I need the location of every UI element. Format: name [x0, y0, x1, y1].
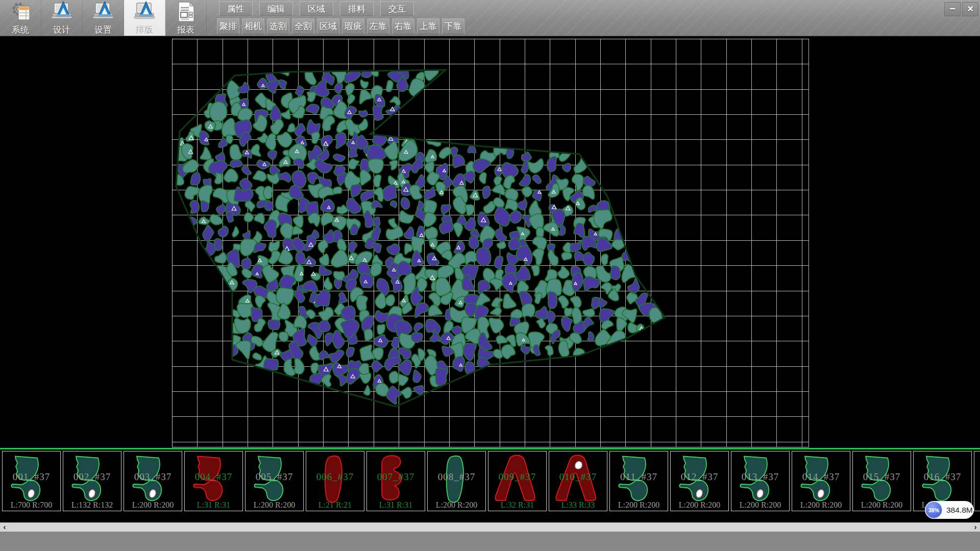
toolbar-button[interactable]: 上靠	[417, 18, 439, 34]
part-counts: L:31 R:31	[185, 500, 242, 510]
part-name: 016_#37	[914, 471, 971, 483]
memory-status-widget[interactable]: 38% 384.8M	[925, 501, 974, 519]
part-name: 014_#37	[792, 471, 850, 483]
design-icon	[51, 1, 73, 23]
part-name: 003_#37	[124, 471, 182, 483]
part-counts: L:200 R:200	[246, 500, 303, 510]
menu-button[interactable]: 编辑	[259, 2, 293, 16]
status-footer	[0, 532, 980, 551]
system-icon	[9, 1, 32, 23]
part-thumbnail[interactable]: 008_#37L:200 R:200	[427, 451, 486, 511]
mode-tab[interactable]: 设置	[83, 0, 124, 36]
part-thumbnail[interactable]: 005_#37L:200 R:200	[245, 451, 304, 511]
part-counts: L:200 R:200	[124, 500, 182, 510]
part-thumbnail[interactable]: 001_#37L:700 R:700	[2, 451, 61, 511]
part-counts: L:200 R:200	[610, 500, 668, 510]
part-thumbnail[interactable]: 014_#37L:200 R:200	[792, 451, 850, 511]
toolbar-button[interactable]: 左靠	[367, 18, 389, 34]
mode-tab[interactable]: 设计	[41, 0, 83, 36]
part-counts: L:200 R:200	[974, 500, 980, 510]
part-name: 009_#37	[488, 471, 546, 483]
part-thumbnail[interactable]: 013_#37L:200 R:200	[731, 451, 790, 511]
part-name: 001_#37	[3, 471, 60, 483]
part-thumbnail[interactable]: 002_#37L:132 R:132	[63, 451, 121, 511]
window-controls: − ×	[944, 2, 978, 16]
mode-tab[interactable]: 报表	[165, 0, 207, 36]
toolbar-button[interactable]: 右靠	[392, 18, 414, 34]
part-thumbnail[interactable]: 011_#37L:200 R:200	[609, 451, 668, 511]
part-thumbnail[interactable]: 017_#37L:200 R:200	[974, 451, 980, 511]
part-name: 007_#37	[367, 471, 425, 483]
part-counts: L:200 R:200	[671, 500, 728, 510]
app-window: 系统 设计	[0, 0, 980, 551]
part-name: 010_#37	[549, 471, 607, 483]
title-bar: 系统 设计	[0, 0, 980, 36]
close-button[interactable]: ×	[962, 2, 978, 16]
part-thumbnail[interactable]: 012_#37L:200 R:200	[670, 451, 729, 511]
mode-tab-label: 系统	[12, 24, 29, 36]
toolbar-row: 聚排 相机 选割 全割 区域 瑕疵 左靠 右靠 上靠 下靠	[217, 18, 464, 34]
mode-tab-label: 报表	[177, 24, 194, 36]
toolbar-button[interactable]: 下靠	[442, 18, 464, 34]
part-thumbnail-list: 001_#37L:700 R:700002_#37L:132 R:132003_…	[0, 451, 980, 511]
part-thumbnail[interactable]: 015_#37L:200 R:200	[852, 451, 911, 511]
part-name: 017_#37	[974, 471, 980, 483]
percent-ball: 38%	[925, 502, 942, 518]
toolbar-button[interactable]: 聚排	[217, 18, 239, 34]
part-thumbnail[interactable]: 010_#37L:33 R:33	[549, 451, 607, 511]
menu-row: 属性 编辑 区域 排料 交互	[219, 2, 414, 16]
part-name: 015_#37	[853, 471, 911, 483]
report-icon	[175, 1, 197, 23]
mode-tab[interactable]: 系统	[0, 0, 41, 36]
part-counts: L:132 R:132	[63, 500, 121, 510]
part-thumbnail[interactable]: 009_#37L:32 R:31	[488, 451, 547, 511]
scroll-right-arrow-icon[interactable]: ›	[971, 523, 980, 532]
part-name: 008_#37	[428, 471, 485, 483]
minimize-button[interactable]: −	[944, 2, 961, 16]
part-thumbnail[interactable]: 007_#37L:31 R:31	[366, 451, 425, 511]
horizontal-scrollbar[interactable]: ‹ ›	[0, 522, 980, 532]
part-thumbnail[interactable]: 006_#37L:21 R:21	[306, 451, 364, 511]
mode-tabs: 系统 设计	[0, 0, 207, 36]
mode-tab-label: 设置	[94, 24, 112, 36]
nesting-icon	[133, 1, 156, 23]
part-thumbnail[interactable]: 003_#37L:200 R:200	[124, 451, 182, 511]
part-name: 012_#37	[671, 471, 728, 483]
scroll-left-arrow-icon[interactable]: ‹	[0, 523, 9, 532]
part-name: 011_#37	[610, 471, 668, 483]
toolbar-button[interactable]: 相机	[242, 18, 264, 34]
part-counts: L:200 R:200	[853, 500, 911, 510]
part-counts: L:200 R:200	[792, 500, 850, 510]
part-name: 006_#37	[306, 471, 364, 483]
toolbar-button[interactable]: 选割	[267, 18, 289, 34]
mode-tab-label: 排版	[136, 24, 153, 36]
part-thumbnail[interactable]: 004_#37L:31 R:31	[184, 451, 243, 511]
part-name: 005_#37	[246, 471, 303, 483]
part-name: 002_#37	[63, 471, 121, 483]
menu-button[interactable]: 区域	[300, 2, 333, 16]
toolbar-button[interactable]: 瑕疵	[342, 18, 364, 34]
toolbar-button[interactable]: 区域	[317, 18, 339, 34]
mode-tab[interactable]: 排版	[124, 0, 165, 36]
menu-button[interactable]: 属性	[219, 2, 253, 16]
menu-button[interactable]: 排料	[340, 2, 374, 16]
toolbar-button[interactable]: 全割	[292, 18, 314, 34]
part-counts: L:31 R:31	[367, 500, 425, 510]
part-name: 004_#37	[185, 471, 242, 483]
part-counts: L:32 R:31	[488, 500, 546, 510]
mode-tab-label: 设计	[53, 24, 70, 36]
part-counts: L:200 R:200	[731, 500, 789, 510]
memory-value: 384.8M	[946, 501, 973, 519]
part-name: 013_#37	[731, 471, 789, 483]
menu-button[interactable]: 交互	[380, 2, 414, 16]
part-counts: L:33 R:33	[549, 500, 607, 510]
settings-icon	[92, 1, 114, 23]
parts-strip: 001_#37L:700 R:700002_#37L:132 R:132003_…	[0, 448, 980, 523]
part-counts: L:21 R:21	[306, 500, 364, 510]
part-counts: L:700 R:700	[3, 500, 60, 510]
part-counts: L:200 R:200	[428, 500, 485, 510]
